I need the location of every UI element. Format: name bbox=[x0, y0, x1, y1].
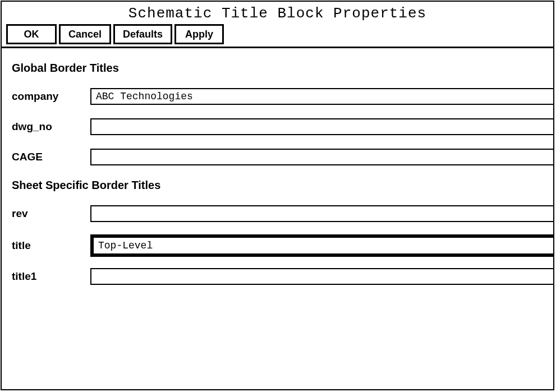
content-area: Global Border Titles company dwg_no CAGE… bbox=[2, 48, 553, 285]
cage-input[interactable] bbox=[90, 149, 553, 165]
title-row: title bbox=[12, 234, 553, 257]
rev-input[interactable] bbox=[90, 205, 553, 222]
rev-row: rev bbox=[12, 205, 553, 222]
window-title: Schematic Title Block Properties bbox=[2, 2, 553, 24]
title1-input[interactable] bbox=[90, 268, 553, 285]
dwg-no-row: dwg_no bbox=[12, 118, 553, 135]
button-row: OK Cancel Defaults Apply bbox=[2, 24, 553, 48]
title-input[interactable] bbox=[90, 234, 553, 257]
company-label: company bbox=[12, 90, 90, 103]
title-label: title bbox=[12, 239, 90, 252]
sheet-section-header: Sheet Specific Border Titles bbox=[12, 179, 553, 192]
company-row: company bbox=[12, 88, 553, 105]
cage-label: CAGE bbox=[12, 151, 90, 163]
cancel-button[interactable]: Cancel bbox=[59, 24, 111, 44]
cage-row: CAGE bbox=[12, 149, 553, 165]
dwg-no-label: dwg_no bbox=[12, 121, 90, 133]
dwg-no-input[interactable] bbox=[90, 118, 553, 135]
ok-button[interactable]: OK bbox=[6, 24, 57, 44]
rev-label: rev bbox=[12, 207, 90, 220]
title1-label: title1 bbox=[12, 270, 90, 283]
apply-button[interactable]: Apply bbox=[174, 24, 224, 44]
dialog-window: Schematic Title Block Properties OK Canc… bbox=[1, 1, 554, 390]
defaults-button[interactable]: Defaults bbox=[113, 24, 172, 44]
title1-row: title1 bbox=[12, 268, 553, 285]
company-input[interactable] bbox=[90, 88, 553, 105]
global-section-header: Global Border Titles bbox=[12, 62, 553, 75]
